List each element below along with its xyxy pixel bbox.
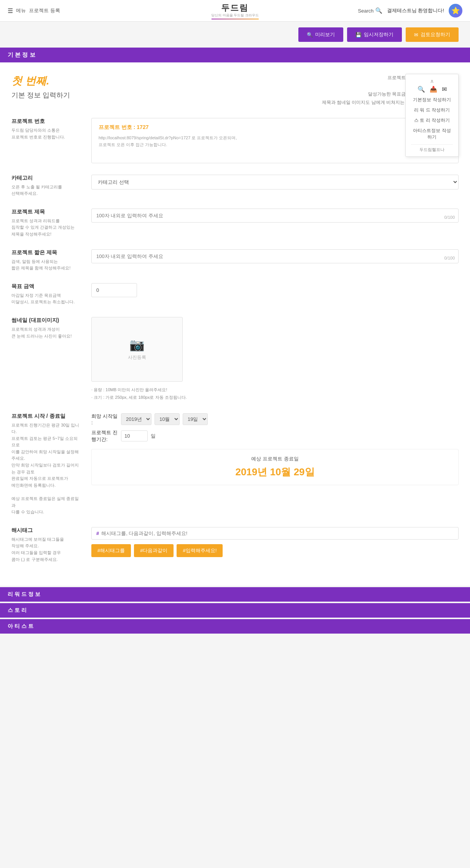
category-input-col: 카테고리 선택 음악 영화 출판 게임 패션 푸드 테크 [91,175,459,190]
avatar: ⭐ [449,4,462,18]
category-row: 카테고리 오픈 후 노출 될 카테고리를 선택해주세요. 카테고리 선택 음악 … [11,175,459,197]
section-story-header[interactable]: 스 토 리 [0,603,470,618]
chevron-up-icon[interactable]: ∧ [411,78,453,84]
hashtag-label-title: 해시태그 [11,527,80,534]
project-num-label-desc: 두드림 담당자와의 소통은 프로젝트 번호로 진행합니다. [11,127,80,140]
quick-download-icon[interactable]: 📥 [430,86,437,93]
project-num-box: 프로젝트 번호 : 1727 http://localhost:8079/spr… [91,118,459,163]
hashtag-example-1[interactable]: #해시태그를 [91,544,131,557]
thumbnail-note-2: · 크기 : 가로 250px, 세로 180px로 자동 조정됩니다. [91,394,459,401]
review-button[interactable]: ✉ 검토요청하기 [406,27,459,42]
quick-mail-icon[interactable]: ✉ [442,86,447,93]
section-story-title: 스 토 리 [8,607,27,613]
start-label: 희망 시작일 : [91,413,118,425]
hashtag-label-col: 해시태그 해시태그에 보여질 태그들을 작성해 주세요. 여러 태그들을 입력할… [11,527,80,563]
project-short-title-row: 프로젝트 짧은 제목 검색, 알림 등에 사용되는 짧은 제목을 함께 작성해주… [11,249,459,272]
duration-label: 프로젝트 진행기간: [91,429,118,443]
project-title-input[interactable] [91,209,459,223]
quick-nav-item-basic[interactable]: 기본정보 작성하기 [411,96,453,104]
hashtag-input-col: # #해시태그를 #다음과같이 #입력해주세요! [91,527,459,557]
project-short-title-char-count: 0/100 [444,256,455,260]
section-reward-header[interactable]: 리 워 드 정 보 [0,587,470,602]
search-label: Search [358,8,374,14]
search-icon[interactable]: 🔍 [375,7,382,14]
month-select[interactable]: 1월2월3월4월 5월6월7월8월 9월10월11월12월 [155,413,180,425]
day-select[interactable]: 1일2일3일4일 5일6일7일8일 9일10일11일12일 13일14일15일1… [183,413,208,425]
thumbnail-label-desc: 프로젝트의 성격과 개성이 큰 눈에 드러나는 사진이 좋아요! [11,326,80,339]
header-left: ☰ 메뉴 프로젝트 등록 [8,7,60,14]
thumbnail-note-1: · 용량 : 10MB 미만의 사진만 올려주세요! [91,386,459,394]
project-short-title-label-title: 프로젝트 짧은 제목 [11,249,80,256]
hashtag-example-2[interactable]: #다음과같이 [134,544,174,557]
hashtag-input[interactable] [101,530,454,536]
project-short-title-input[interactable] [91,249,459,263]
hashtag-example-3[interactable]: #입력해주세요! [177,544,223,557]
hashtag-row: 해시태그 해시태그에 보여질 태그들을 작성해 주세요. 여러 태그들을 입력할… [11,527,459,563]
category-label-col: 카테고리 오픈 후 노출 될 카테고리를 선택해주세요. [11,175,80,197]
project-short-title-input-col: 0/100 [91,249,459,263]
project-title-label-title: 프로젝트 제목 [11,209,80,215]
schedule-label-col: 프로젝트 시작 / 종료일 프로젝트 진행기간은 평균 30일 입니다. 프로젝… [11,413,80,516]
goal-amount-label-col: 목표 금액 마감일 자정 기준 목표금액 미달성시, 프로젝트는 취소됩니다. [11,283,80,306]
header-menu-label: 메뉴 [16,7,26,14]
project-short-title-input-wrap: 0/100 [91,249,459,263]
thumbnail-input-col: 📷 사진등록 · 용량 : 10MB 미만의 사진만 올려주세요! · 크기 :… [91,317,459,401]
goal-amount-input-col [91,283,459,297]
user-welcome-text: 결제테스트님 환영합니다! [387,7,444,14]
goal-amount-label-title: 목표 금액 [11,283,80,290]
hashtag-examples: #해시태그를 #다음과같이 #입력해주세요! [91,544,459,557]
thumbnail-label-title: 썸네일 (대표이미지) [11,317,80,324]
search-area[interactable]: Search 🔍 [358,7,382,14]
temp-save-label: 임시저장하기 [364,31,394,38]
project-title-row: 프로젝트 제목 프로젝트 성격과 리워드를 짐작할 수 있게 간결하고 개성있는… [11,209,459,238]
section-artist-title: 아 티 스 트 [8,623,33,629]
project-title-char-count: 0/100 [444,215,455,220]
project-num-row: 프로젝트 번호 두드림 담당자와의 소통은 프로젝트 번호로 진행합니다. 프로… [11,118,459,163]
quick-nav-items: 기본정보 작성하기 리 워 드 작성하기 스 토 리 작성하기 아티스트정보 작… [411,96,453,141]
section-artist-header[interactable]: 아 티 스 트 [0,619,470,634]
url-copy-button[interactable]: URL 복사하기 [99,151,451,157]
schedule-input-col: 희망 시작일 : 2019년 2020년 2021년 1월2월3월4월 5월6월… [91,413,459,485]
quick-nav-item-artist[interactable]: 아티스트정보 작성하기 [411,127,453,141]
section-basic-title: 기 본 정 보 [8,51,35,58]
review-label: 검토요청하기 [421,31,450,38]
category-label-title: 카테고리 [11,175,80,182]
temp-save-button[interactable]: 💾 임시저장하기 [347,27,402,42]
logo-line [211,19,259,19]
category-select[interactable]: 카테고리 선택 음악 영화 출판 게임 패션 푸드 테크 [91,175,459,190]
thumbnail-note: · 용량 : 10MB 미만의 사진만 올려주세요! · 크기 : 가로 250… [91,386,459,401]
project-num-input-col: 프로젝트 번호 : 1727 http://localhost:8079/spr… [91,118,459,163]
project-title-input-col: 0/100 [91,209,459,223]
goal-amount-row: 목표 금액 마감일 자정 기준 목표금액 미달성시, 프로젝트는 취소됩니다. [11,283,459,306]
project-title-label-desc: 프로젝트 성격과 리워드를 짐작할 수 있게 간결하고 개성있는 제목을 작성해… [11,218,80,238]
thumbnail-upload-box[interactable]: 📷 사진등록 [91,317,183,382]
section-reward-title: 리 워 드 정 보 [8,591,40,597]
toolbar: 🔍 미리보기 💾 임시저장하기 ✉ 검토요청하기 [0,22,470,48]
quick-nav-item-story[interactable]: 스 토 리 작성하기 [411,116,453,124]
project-title-label-col: 프로젝트 제목 프로젝트 성격과 리워드를 짐작할 수 있게 간결하고 개성있는… [11,209,80,238]
hashtag-input-wrap: # [91,527,459,540]
project-title-input-wrap: 0/100 [91,209,459,223]
preview-icon: 🔍 [307,32,313,38]
thumbnail-upload-label: 사진등록 [128,354,146,361]
duration-input[interactable] [121,430,148,441]
hero-area: 첫 번째. 기본 정보 입력하기 프로젝트의 기본적인 정보들입니다 프로젝트 … [11,74,459,107]
hamburger-menu-icon[interactable]: ☰ [8,7,13,14]
camera-icon: 📷 [129,338,145,352]
category-label-desc: 오픈 후 노출 될 카테고리를 선택해주세요. [11,184,80,197]
year-select[interactable]: 2019년 2020년 2021년 [121,413,151,425]
preview-button[interactable]: 🔍 미리보기 [298,27,343,42]
review-icon: ✉ [414,32,418,38]
goal-amount-input[interactable] [91,283,137,297]
quick-nav-item-reward[interactable]: 리 워 드 작성하기 [411,106,453,114]
main-content: ∧ 🔍 📥 ✉ 기본정보 작성하기 리 워 드 작성하기 스 토 리 작성하기 … [0,62,470,586]
quick-nav: ∧ 🔍 📥 ✉ 기본정보 작성하기 리 워 드 작성하기 스 토 리 작성하기 … [405,74,459,157]
end-date-preview-label: 예상 프로젝트 종료일 [98,456,452,462]
quick-nav-footer: 두드림헬프나 [411,144,453,153]
quick-search-icon[interactable]: 🔍 [417,86,425,93]
project-num-value: 프로젝트 번호 : 1727 [99,124,451,131]
preview-label: 미리보기 [315,31,335,38]
logo-subtitle: 당신의 마음을 두드릴 크라우드 [211,13,259,18]
header-right: Search 🔍 결제테스트님 환영합니다! ⭐ [358,4,462,18]
header-logo[interactable]: 두드림 당신의 마음을 두드릴 크라우드 [211,2,259,19]
